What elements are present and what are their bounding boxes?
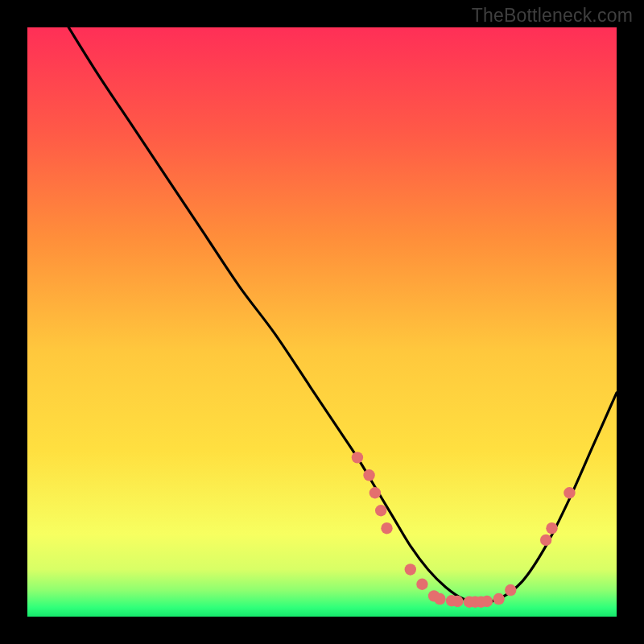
scatter-dot <box>369 487 381 498</box>
scatter-dot <box>481 596 493 607</box>
scatter-dot <box>405 564 416 575</box>
scatter-dot <box>375 505 386 516</box>
scatter-dot <box>564 487 575 498</box>
scatter-dot <box>434 593 445 605</box>
bottleneck-chart <box>27 27 617 617</box>
scatter-dot <box>416 579 427 590</box>
chart-frame <box>27 27 617 617</box>
chart-gradient-bg <box>27 27 617 617</box>
scatter-dot <box>352 452 363 463</box>
scatter-dot <box>505 584 516 596</box>
scatter-dot <box>452 596 463 607</box>
watermark-label: TheBottleneck.com <box>472 5 633 27</box>
scatter-dot <box>381 522 392 534</box>
scatter-dot <box>540 535 551 546</box>
scatter-dot <box>363 469 374 481</box>
scatter-dot <box>493 593 504 605</box>
scatter-dot <box>546 522 557 534</box>
